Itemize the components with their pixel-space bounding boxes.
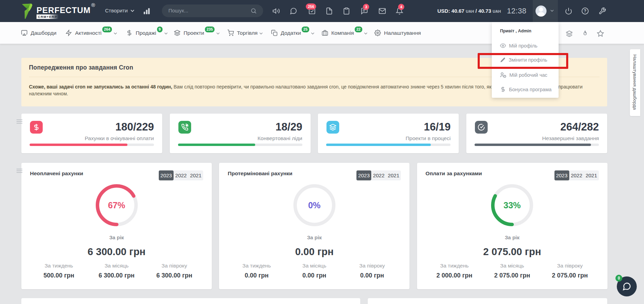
- svg-text:?: ?: [584, 9, 586, 13]
